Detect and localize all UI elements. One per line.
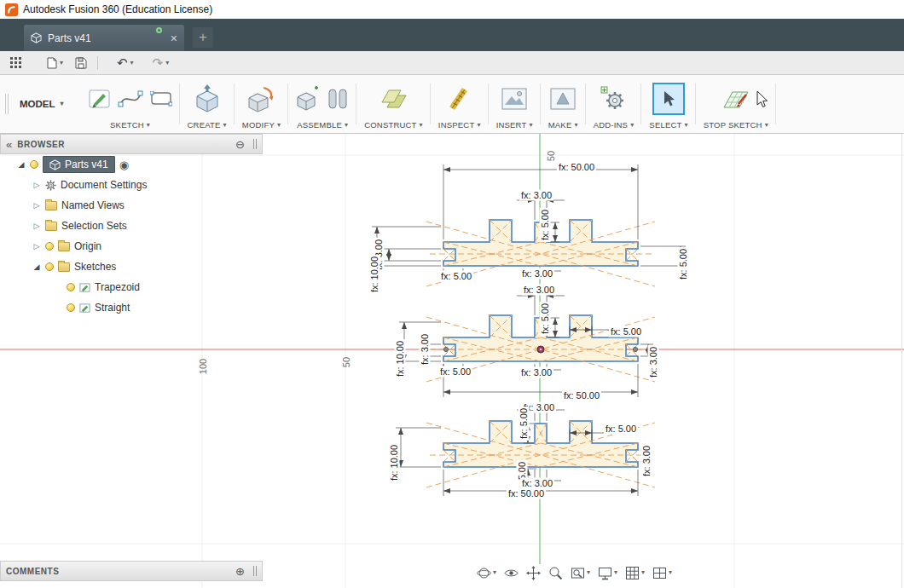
caret-down-icon: ▾: [223, 122, 227, 129]
grid-settings-button[interactable]: ▾: [623, 564, 647, 582]
visibility-bulb-icon[interactable]: [67, 283, 75, 291]
browser-item-selection-sets[interactable]: ▷ Selection Sets: [0, 216, 263, 236]
undo-button[interactable]: ↶ ▾: [113, 54, 137, 72]
dimension-label[interactable]: fx: 3.00: [648, 345, 659, 379]
dimension-label[interactable]: fx: 5.00: [438, 366, 472, 378]
expander-open-icon[interactable]: ◢: [17, 160, 26, 169]
joint-icon[interactable]: [327, 87, 349, 111]
make-icon[interactable]: [550, 88, 576, 110]
dimension-label[interactable]: fx: 10.00: [389, 443, 400, 482]
workspace-selector[interactable]: MODEL ▾: [13, 75, 81, 133]
toolbar-group-make[interactable]: MAKE▾: [541, 75, 586, 133]
dimension-label[interactable]: fx: 50.00: [507, 488, 546, 499]
create-sketch-icon[interactable]: [89, 88, 111, 110]
fit-button[interactable]: ▾: [568, 564, 593, 582]
stop-sketch-icon[interactable]: [721, 86, 751, 112]
browser-item-named-views[interactable]: ▷ Named Views: [0, 195, 263, 216]
zoom-button[interactable]: [546, 564, 565, 582]
dimension-label[interactable]: fx: 10.00: [395, 339, 406, 378]
browser-item-document-settings[interactable]: ▷ Document Settings: [0, 175, 263, 195]
look-at-button[interactable]: [501, 564, 521, 582]
browser-item-sketch-trapezoid[interactable]: Trapezoid: [0, 277, 263, 297]
addins-gear-icon[interactable]: [600, 86, 628, 112]
dimension-label[interactable]: fx: 3.00: [519, 367, 553, 378]
toolbar-grip[interactable]: [5, 94, 9, 114]
app-grid-menu-button[interactable]: [7, 55, 25, 71]
construct-plane-icon[interactable]: [379, 87, 409, 111]
toolbar-group-select[interactable]: SELECT▾: [641, 75, 695, 133]
expander-closed-icon[interactable]: ▷: [32, 201, 41, 210]
browser-header[interactable]: « BROWSER ⊖: [0, 134, 263, 154]
browser-item-label: Document Settings: [61, 179, 147, 191]
group-label-select: SELECT: [649, 120, 681, 130]
dimension-label[interactable]: fx: 5.00: [678, 247, 689, 281]
dimension-label[interactable]: fx: 5.00: [540, 302, 551, 336]
browser-panel: « BROWSER ⊖ ◢ Parts v41 ◉ ▷ Do: [0, 134, 263, 318]
dimension-label[interactable]: fx: 50.00: [557, 162, 596, 173]
panel-resize-grip[interactable]: [253, 139, 257, 149]
insert-image-icon[interactable]: [501, 88, 527, 110]
dimension-label[interactable]: fx: 3.00: [641, 444, 652, 478]
toolbar-group-stop-sketch[interactable]: STOP SKETCH▾: [696, 75, 776, 133]
display-settings-button[interactable]: ▾: [595, 564, 620, 582]
browser-item-root[interactable]: ◢ Parts v41 ◉: [0, 154, 263, 175]
dimension-label[interactable]: fx: 5.00: [439, 271, 473, 282]
dimension-label[interactable]: fx: 3.00: [522, 285, 556, 296]
visibility-bulb-icon[interactable]: [30, 160, 38, 169]
toolbar-group-addins[interactable]: ADD-INS▾: [586, 75, 642, 133]
dimension-label[interactable]: fx: 10.00: [369, 255, 380, 294]
browser-item-sketch-straight[interactable]: Straight: [0, 297, 263, 318]
dimension-label[interactable]: fx: 50.00: [562, 390, 601, 401]
dimension-label[interactable]: fx: 5.00: [519, 406, 530, 441]
caret-down-icon: ▾: [345, 122, 348, 129]
dimension-label[interactable]: fx: 3.00: [519, 190, 553, 201]
panel-collapse-icon[interactable]: «: [6, 139, 12, 150]
folder-icon: [58, 242, 70, 251]
comments-panel-header[interactable]: COMMENTS ⊕: [0, 561, 263, 581]
dimension-label[interactable]: fx: 5.00: [609, 326, 643, 337]
browser-item-sketches[interactable]: ◢ Sketches: [0, 257, 263, 277]
redo-button[interactable]: ↷ ▾: [149, 54, 173, 72]
browser-item-origin[interactable]: ▷ Origin: [0, 236, 263, 257]
activate-radio-icon[interactable]: ◉: [119, 159, 129, 171]
file-menu-button[interactable]: ▾: [43, 55, 67, 72]
document-tab[interactable]: Parts v41 ×: [24, 25, 184, 51]
dimension-label[interactable]: fx: 3.00: [420, 332, 431, 366]
measure-icon[interactable]: [447, 87, 472, 111]
toolbar-group-construct[interactable]: CONSTRUCT▾: [356, 75, 431, 133]
tab-close-icon[interactable]: ×: [171, 32, 177, 44]
fusion-logo-icon: [5, 3, 18, 16]
browser-item-label: Origin: [74, 240, 101, 252]
new-tab-button[interactable]: +: [193, 27, 213, 48]
panel-resize-grip[interactable]: [253, 566, 257, 576]
rectangle-tool-icon[interactable]: [150, 91, 172, 107]
expander-closed-icon[interactable]: ▷: [32, 222, 41, 230]
minus-circle-icon[interactable]: ⊖: [235, 139, 245, 150]
toolbar-group-inspect[interactable]: INSPECT▾: [431, 75, 489, 133]
orbit-button[interactable]: ▾: [474, 564, 499, 582]
visibility-bulb-icon[interactable]: [45, 262, 54, 271]
toolbar-group-insert[interactable]: INSERT▾: [489, 75, 541, 133]
visibility-bulb-icon[interactable]: [67, 303, 75, 312]
pan-button[interactable]: [524, 564, 543, 582]
create-solid-icon[interactable]: [195, 84, 219, 113]
save-button[interactable]: [72, 55, 90, 72]
dimension-label[interactable]: fx: 3.00: [520, 268, 554, 280]
expander-closed-icon[interactable]: ▷: [32, 181, 41, 189]
spline-tool-icon[interactable]: [118, 89, 143, 109]
viewports-button[interactable]: ▾: [650, 564, 675, 582]
toolbar-group-sketch[interactable]: SKETCH▾: [81, 75, 180, 133]
dimension-label[interactable]: fx: 5.00: [540, 208, 551, 242]
visibility-bulb-icon[interactable]: [45, 242, 54, 251]
dimension-label[interactable]: fx: 5.00: [604, 424, 638, 435]
expander-closed-icon[interactable]: ▷: [32, 242, 41, 251]
toolbar-group-modify[interactable]: MODIFY▾: [235, 75, 288, 133]
new-component-icon[interactable]: [296, 86, 320, 112]
expander-open-icon[interactable]: ◢: [32, 262, 41, 271]
select-tool-active-highlight[interactable]: [652, 83, 685, 115]
selected-root-item[interactable]: Parts v41: [43, 156, 115, 173]
toolbar-group-assemble[interactable]: ASSEMBLE▾: [288, 75, 356, 133]
toolbar-group-create[interactable]: CREATE▾: [180, 75, 235, 133]
modify-icon[interactable]: [247, 85, 275, 112]
plus-circle-icon[interactable]: ⊕: [235, 566, 245, 577]
